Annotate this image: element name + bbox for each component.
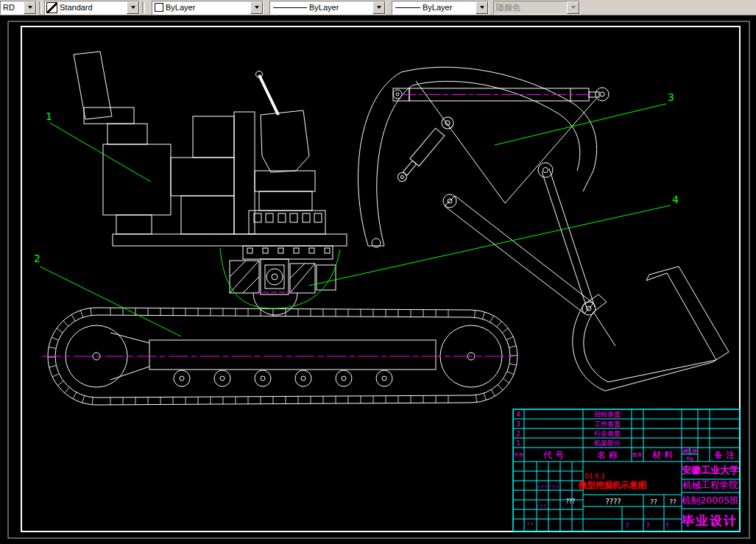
layer-combo-value: RD bbox=[1, 3, 24, 12]
color-swatch-icon bbox=[155, 3, 163, 12]
linetype-combo[interactable]: ByLayer bbox=[269, 1, 386, 15]
header-unit-weight: 单重 bbox=[682, 448, 690, 453]
balloon-label-2: 2 bbox=[34, 252, 40, 264]
college-name: 机械工程学院 bbox=[682, 479, 739, 490]
dropdown-arrow-icon bbox=[567, 1, 579, 14]
drawing-title: 微型挖掘机示意图 bbox=[578, 480, 646, 490]
dropdown-arrow-icon[interactable] bbox=[127, 1, 139, 14]
machine-body bbox=[103, 112, 347, 246]
lineweight-combo-value: ByLayer bbox=[420, 3, 476, 12]
part-name: 行走装置 bbox=[594, 430, 621, 437]
text-style-combo[interactable]: Standard bbox=[44, 1, 140, 15]
arm-assembly bbox=[443, 169, 596, 315]
centerlines bbox=[42, 95, 595, 357]
header-total-weight: 总重 bbox=[690, 448, 698, 453]
color-combo-value: ByLayer bbox=[163, 3, 250, 12]
header-code: 代 号 bbox=[543, 450, 564, 460]
drawing-canvas[interactable]: 1 2 3 4 4 回转装置 3 工作装置 2 行走装置 1 机架部分 序号 代… bbox=[0, 15, 756, 544]
part-name: 回转装置 bbox=[594, 411, 621, 418]
cell-value: ?? bbox=[650, 498, 657, 506]
seat-assembly bbox=[74, 52, 147, 144]
plot-style-combo: 随颜色 bbox=[493, 1, 580, 15]
excavator-drawing bbox=[48, 52, 729, 405]
balloon-label-3: 3 bbox=[668, 91, 674, 103]
dropdown-arrow-icon[interactable] bbox=[476, 1, 488, 14]
part-no: 3 bbox=[516, 421, 520, 428]
bottom-cell: ? bbox=[626, 523, 629, 529]
linetype-icon bbox=[273, 7, 307, 8]
layer-combo[interactable]: RD bbox=[0, 1, 37, 15]
title-area: 04.6.1 微型挖掘机示意图 ???? ?? ?? ??? ? ? ? ? ?… bbox=[527, 473, 676, 529]
toolbar-separator bbox=[142, 1, 145, 13]
cell-value: ???? bbox=[605, 498, 621, 506]
bottom-cell: ? bbox=[665, 523, 668, 529]
school-block: 安徽工业大学 机械工程学院 机制20005班 毕业设计 bbox=[681, 464, 739, 528]
project-name: 毕业设计 bbox=[681, 513, 738, 528]
part-no: 4 bbox=[516, 411, 520, 418]
part-name: 工作装置 bbox=[594, 420, 621, 428]
drawing-frame bbox=[8, 21, 749, 538]
header-qty: 数量 bbox=[632, 452, 643, 458]
header-remark: 备 注 bbox=[714, 450, 735, 460]
header-seq: 序号 bbox=[514, 452, 524, 458]
toolbar-separator bbox=[39, 1, 42, 13]
balloon-label-1: 1 bbox=[46, 110, 52, 122]
annotations: 1 2 3 4 bbox=[34, 91, 679, 336]
plot-style-combo-value: 随颜色 bbox=[494, 2, 567, 13]
part-name: 机架部分 bbox=[594, 439, 621, 447]
signature-row: ? ? bbox=[527, 521, 533, 526]
title-block: 4 回转装置 3 工作装置 2 行走装置 1 机架部分 序号 代 号 名 称 数… bbox=[513, 409, 740, 531]
text-style-icon bbox=[46, 2, 57, 13]
header-material: 材 料 bbox=[651, 450, 673, 460]
text-style-combo-value: Standard bbox=[57, 3, 127, 12]
header-kg: Kg bbox=[686, 456, 693, 462]
dropdown-arrow-icon[interactable] bbox=[24, 1, 36, 14]
lineweight-combo[interactable]: ByLayer bbox=[392, 1, 489, 15]
linetype-combo-value: ByLayer bbox=[307, 3, 372, 12]
part-no: 2 bbox=[516, 431, 520, 437]
boom-assembly bbox=[358, 67, 597, 247]
header-name: 名 称 bbox=[597, 450, 618, 460]
color-combo[interactable]: ByLayer bbox=[152, 1, 264, 15]
toolbar: RD Standard ByLayer ByLayer ByLayer 随颜色 bbox=[0, 0, 756, 15]
drawing-date: 04.6.1 bbox=[584, 473, 606, 480]
lineweight-icon bbox=[395, 7, 420, 8]
dropdown-arrow-icon[interactable] bbox=[250, 1, 263, 14]
dropdown-arrow-icon[interactable] bbox=[372, 1, 385, 14]
swing-assembly bbox=[230, 71, 336, 316]
bucket-cylinder bbox=[395, 115, 456, 185]
balloon-label-4: 4 bbox=[672, 194, 679, 205]
signature-row: ? ? ? ? ? ? bbox=[537, 484, 559, 490]
parts-header: 序号 代 号 名 称 数量 材 料 单重 总重 Kg 备 注 bbox=[514, 448, 735, 462]
cell-value: ??? bbox=[566, 498, 576, 505]
signature-row: ? ? ? bbox=[536, 504, 545, 509]
part-no: 1 bbox=[516, 440, 520, 447]
school-name: 安徽工业大学 bbox=[682, 464, 739, 476]
cell-value: ?? bbox=[669, 498, 676, 506]
bottom-cell: ? bbox=[646, 523, 649, 529]
bucket bbox=[573, 266, 729, 391]
class-name: 机制20005班 bbox=[681, 495, 739, 506]
